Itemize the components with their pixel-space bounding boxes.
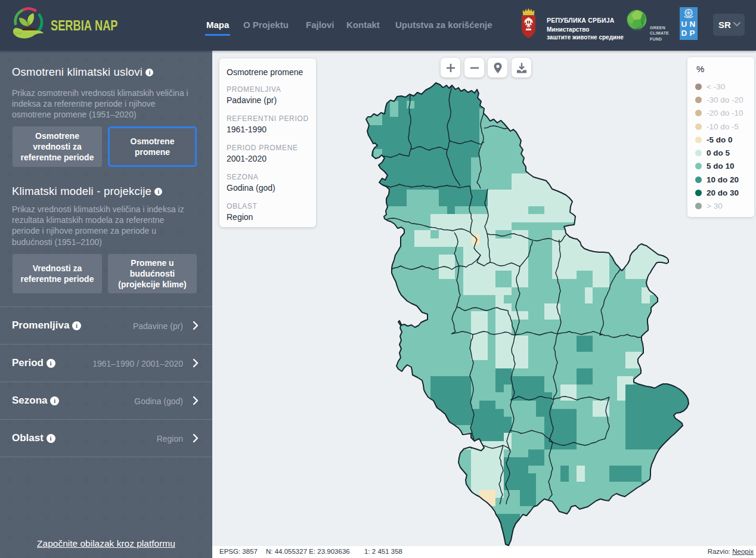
svg-text:N: N [690, 20, 696, 29]
svg-text:P: P [690, 29, 695, 38]
svg-text:U: U [681, 20, 687, 29]
svg-text:D: D [681, 29, 687, 38]
